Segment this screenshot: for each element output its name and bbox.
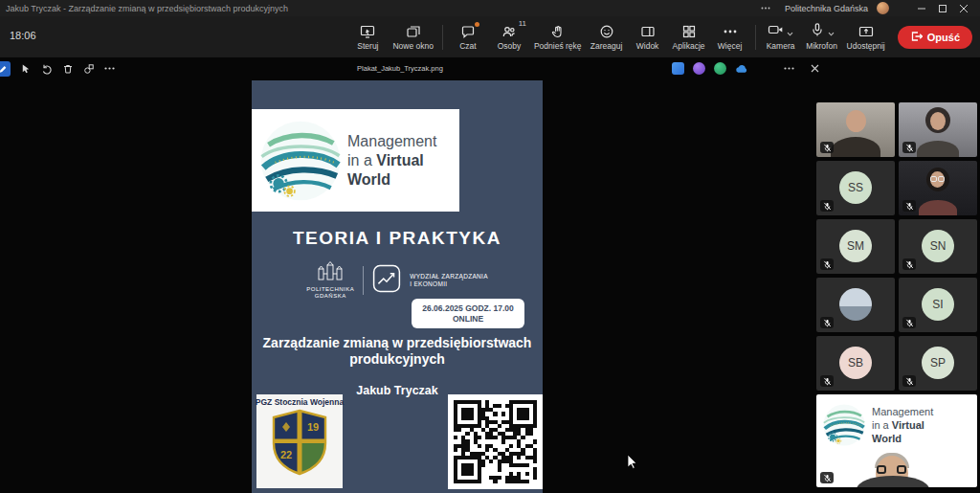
- event-mode: ONLINE: [412, 314, 524, 325]
- mic-muted-icon: [902, 317, 916, 328]
- meeting-toolbar: 18:06 Steruj Nowe okno Czat: [0, 16, 980, 57]
- mvw-logo-box: Management in a Virtual World: [252, 109, 459, 212]
- view-icon: [640, 24, 656, 39]
- participant-tile[interactable]: SS: [816, 161, 895, 215]
- partner-shield: 19 22: [270, 409, 329, 476]
- account-avatar[interactable]: [877, 2, 889, 14]
- presenter-tile[interactable]: Management in a Virtual World: [816, 394, 977, 487]
- participant-initials: SS: [839, 171, 872, 204]
- chat-button[interactable]: Czat: [452, 24, 484, 51]
- faculty-chart-icon: [372, 264, 401, 297]
- new-window-icon: [406, 24, 421, 39]
- share-bar-more-icon[interactable]: [783, 62, 795, 75]
- camera-button[interactable]: Kamera: [765, 24, 797, 51]
- participant-initials: SB: [839, 347, 872, 379]
- undo-button[interactable]: [40, 62, 53, 75]
- app-icon-blue-square[interactable]: [672, 62, 684, 75]
- participant-tile[interactable]: [899, 102, 977, 157]
- participant-avatar-photo: [839, 288, 872, 321]
- toolbar-separator: [755, 25, 756, 50]
- participant-initials: SM: [839, 230, 872, 262]
- react-smiley-icon: [599, 24, 614, 39]
- annotation-more-icon[interactable]: [103, 62, 116, 75]
- svg-text:19: 19: [307, 421, 319, 433]
- participant-tile[interactable]: SP: [899, 336, 977, 391]
- share-bar-close-icon[interactable]: [809, 62, 821, 75]
- share-button[interactable]: Udostępnij: [847, 24, 885, 51]
- leave-label: Opuść: [927, 32, 960, 43]
- new-window-button[interactable]: Nowe okno: [392, 24, 434, 51]
- microphone-dropdown-chevron-icon[interactable]: [828, 23, 835, 40]
- mic-muted-icon: [902, 258, 916, 270]
- raise-hand-button[interactable]: Podnieś rękę: [534, 24, 582, 51]
- faculty-name: WYDZIAŁ ZARZĄDZANIA I EKONOMII: [410, 273, 488, 288]
- participant-initials: SP: [922, 347, 954, 379]
- apps-button[interactable]: Aplikacje: [673, 24, 705, 51]
- mic-muted-icon: [820, 375, 834, 387]
- qr-code: [454, 400, 537, 483]
- mic-muted-icon: [820, 258, 834, 270]
- mic-muted-icon: [820, 142, 834, 153]
- window-title: Jakub Tryczak - Zarządzanie zmianą w prz…: [6, 4, 288, 13]
- microphone-button[interactable]: Mikrofon: [806, 24, 838, 51]
- app-icon-cloud[interactable]: [735, 62, 747, 75]
- control-button[interactable]: Steruj: [351, 24, 384, 51]
- apps-icon: [681, 24, 697, 39]
- view-button[interactable]: Widok: [632, 24, 664, 51]
- partner-name: PGZ Stocznia Wojenna: [256, 397, 344, 407]
- participant-video: [846, 110, 866, 132]
- maximize-button[interactable]: [932, 1, 953, 15]
- mic-muted-icon: [902, 375, 916, 387]
- cursor-tool-button[interactable]: [19, 62, 32, 75]
- more-dots-icon: [724, 24, 737, 39]
- participant-video: [930, 112, 946, 130]
- shared-file-name: Plakat_Jakub_Tryczak.png: [357, 64, 443, 73]
- meeting-timer: 18:06: [10, 30, 36, 41]
- organizer-logos-row: POLITECHNIKA GDAŃSKA WYDZIAŁ ZARZĄDZANIA…: [252, 260, 543, 300]
- camera-dropdown-chevron-icon[interactable]: [787, 23, 793, 40]
- mic-muted-icon: [820, 472, 834, 483]
- poster-heading: TEORIA I PRAKTYKA: [252, 228, 543, 249]
- more-button[interactable]: Więcej: [714, 24, 746, 51]
- people-button[interactable]: 11 Osoby: [493, 24, 525, 51]
- raise-hand-icon: [550, 24, 566, 39]
- event-date-box: 26.06.2025 GODZ. 17.00 ONLINE: [412, 299, 524, 328]
- participant-tile[interactable]: SB: [816, 336, 895, 391]
- close-button[interactable]: [953, 1, 974, 15]
- event-datetime: 26.06.2025 GODZ. 17.00: [412, 303, 524, 314]
- logo-divider: [363, 266, 364, 295]
- mvw-globe-logo: [258, 119, 343, 203]
- presenter-glasses: [877, 465, 886, 474]
- participant-tile[interactable]: SI: [899, 278, 977, 332]
- svg-text:22: 22: [280, 449, 292, 460]
- share-screen-icon: [858, 24, 874, 39]
- chat-icon: [460, 24, 476, 39]
- chat-unread-dot: [475, 22, 479, 27]
- microphone-icon: [810, 22, 825, 41]
- shared-screen-poster: Management in a Virtual World TEORIA I P…: [252, 80, 543, 493]
- account-org-label: Politechnika Gdańska: [785, 4, 868, 13]
- titlebar-more-icon[interactable]: [755, 1, 776, 15]
- politechnika-gdanska-emblem-icon: [317, 260, 344, 285]
- participant-tile[interactable]: SM: [816, 219, 895, 274]
- leave-button[interactable]: Opuść: [898, 26, 972, 49]
- partner-logo-box: PGZ Stocznia Wojenna 19 22: [256, 394, 343, 488]
- mic-muted-icon: [820, 200, 834, 212]
- shapes-tool-button[interactable]: [82, 62, 95, 75]
- pen-tool-button[interactable]: [0, 61, 11, 77]
- qr-code-box: [448, 394, 543, 489]
- participant-tile[interactable]: [816, 102, 895, 157]
- participant-tile[interactable]: SN: [899, 219, 977, 274]
- leave-icon: [910, 31, 923, 44]
- people-icon: 11: [501, 24, 517, 39]
- app-icon-purple[interactable]: [693, 62, 705, 75]
- mvw-globe-logo: [822, 403, 866, 447]
- trash-button[interactable]: [61, 62, 74, 75]
- participants-panel: SS SM SN SI SB: [816, 102, 980, 487]
- react-button[interactable]: Zareaguj: [590, 24, 623, 51]
- app-icon-green[interactable]: [714, 62, 726, 75]
- participant-tile[interactable]: [816, 278, 895, 332]
- participant-tile[interactable]: [899, 161, 977, 215]
- mvw-logo-text: Management in a Virtual World: [347, 132, 436, 190]
- minimize-button[interactable]: [911, 1, 932, 15]
